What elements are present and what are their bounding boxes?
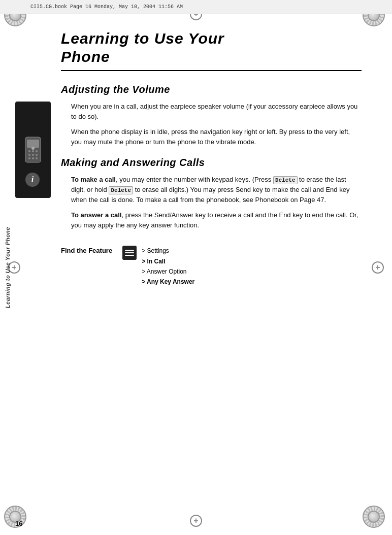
main-content: Learning to Use Your Phone Adjusting the…: [56, 14, 372, 510]
adjusting-volume-section: Adjusting the Volume When you are in a c…: [61, 84, 362, 148]
svg-point-4: [36, 150, 38, 152]
title-divider: [61, 70, 362, 71]
path-in-call: > In Call: [142, 256, 194, 266]
adjusting-volume-heading: Adjusting the Volume: [61, 84, 362, 95]
page-number: 16: [15, 520, 22, 527]
find-feature-icon-area: > Settings > In Call > Answer Option > A…: [122, 246, 194, 287]
adjusting-volume-para2: When the phone display is in idle, press…: [61, 127, 362, 147]
find-feature-section: Find the Feature > Settings > In Call > …: [61, 246, 362, 287]
svg-point-7: [36, 154, 38, 156]
info-icon: i: [25, 173, 40, 187]
menu-icon-line-2: [125, 252, 134, 253]
path-answer-option: > Answer Option: [142, 266, 194, 277]
answer-call-bold: To answer a call: [71, 211, 121, 219]
delete-key-2: Delete: [109, 186, 133, 194]
make-call-text: To make a call, you may enter the number…: [61, 175, 362, 205]
svg-point-10: [36, 157, 38, 159]
svg-point-6: [32, 154, 34, 156]
menu-icon-line-1: [125, 250, 134, 251]
svg-point-3: [32, 150, 34, 152]
side-label-text: Learning to Use Your Phone: [5, 227, 11, 308]
menu-icon: [122, 246, 137, 260]
adjusting-volume-para1: When you are in a call, adjust the earpi…: [61, 102, 362, 122]
menu-path: > Settings > In Call > Answer Option > A…: [142, 246, 194, 287]
svg-rect-1: [27, 140, 39, 148]
answer-call-paragraph: To answer a call, press the Send/Answer …: [61, 210, 362, 230]
making-answering-heading: Making and Answering Calls: [61, 157, 362, 169]
path-any-key: > Any Key Answer: [142, 277, 194, 287]
adjusting-volume-body: When you are in a call, adjust the earpi…: [61, 102, 362, 148]
menu-icon-line-3: [125, 255, 134, 256]
delete-key-1: Delete: [273, 176, 298, 184]
page-title: Learning to Use Your Phone: [61, 29, 362, 66]
header-text: CII5.CG.book Page 16 Monday, May 10, 200…: [30, 4, 183, 10]
side-label: Learning to Use Your Phone: [0, 0, 15, 535]
header-bar: CII5.CG.book Page 16 Monday, May 10, 200…: [0, 0, 392, 14]
svg-point-11: [31, 147, 35, 150]
crosshair-right: [372, 261, 384, 274]
svg-point-8: [28, 157, 30, 159]
phone-icon: [23, 136, 43, 164]
answer-call-text: To answer a call, press the Send/Answer …: [61, 210, 362, 230]
making-answering-section: Making and Answering Calls To make a cal…: [61, 157, 362, 231]
svg-point-5: [28, 154, 30, 156]
find-feature-label: Find the Feature: [61, 246, 112, 254]
crosshair-bottom: [190, 515, 202, 527]
make-call-bold: To make a call: [71, 176, 116, 183]
svg-point-9: [32, 157, 34, 159]
path-settings: > Settings: [142, 246, 194, 256]
make-call-paragraph: To make a call, you may enter the number…: [61, 175, 362, 205]
svg-point-2: [28, 150, 30, 152]
